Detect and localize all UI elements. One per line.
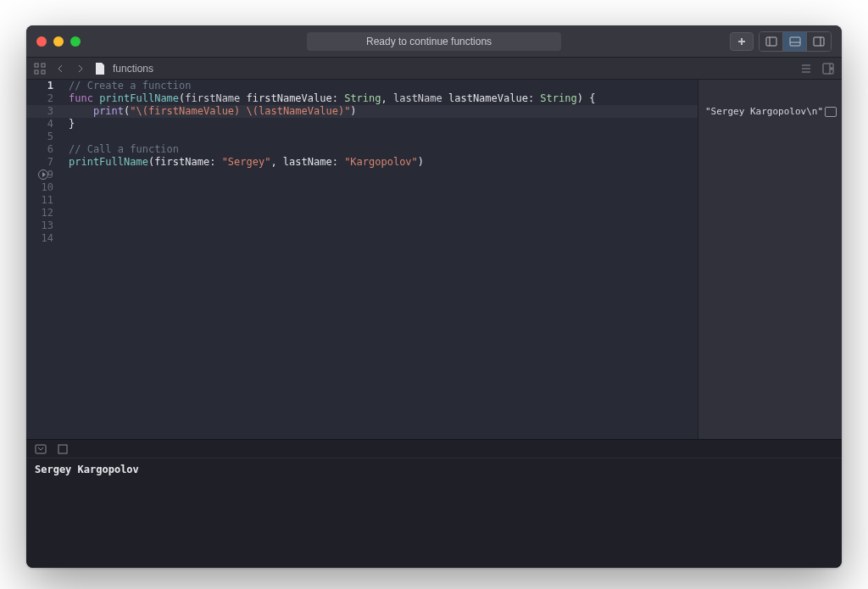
titlebar-right	[730, 31, 832, 52]
token: func	[69, 92, 93, 104]
related-items-button[interactable]	[33, 62, 47, 75]
result-row-empty	[698, 80, 842, 92]
line-number: 6	[26, 143, 62, 156]
chevron-left-icon	[56, 64, 64, 74]
code-line[interactable]: 14	[26, 232, 698, 245]
line-content[interactable]	[62, 131, 698, 143]
result-row-empty	[698, 92, 842, 105]
svg-rect-2	[790, 37, 800, 46]
line-content[interactable]	[62, 207, 698, 219]
editor-and-results: 1// Create a function2func printFullName…	[26, 80, 842, 439]
result-row-empty	[698, 169, 842, 181]
token: // Create a function	[69, 80, 192, 92]
line-content[interactable]: }	[62, 118, 698, 131]
code-line[interactable]: 13	[26, 219, 698, 232]
toggle-navigator-button[interactable]	[760, 32, 783, 51]
line-content[interactable]	[62, 169, 698, 181]
code-line[interactable]: 12	[26, 207, 698, 219]
editor[interactable]: 1// Create a function2func printFullName…	[26, 80, 698, 439]
result-row-empty	[698, 219, 842, 232]
file-icon	[94, 63, 106, 75]
code-line[interactable]: 3 print("\(firstNameValue) \(lastNameVal…	[26, 105, 698, 118]
svg-rect-18	[58, 445, 67, 453]
console-clear-button[interactable]	[57, 443, 69, 455]
token: "\(firstNameValue) \(lastNameValue)"	[130, 105, 350, 117]
code-line[interactable]: 2func printFullName(firstName firstNameV…	[26, 92, 698, 105]
svg-rect-8	[35, 70, 38, 74]
line-number: 5	[26, 131, 62, 143]
forward-button[interactable]	[74, 62, 87, 75]
line-content[interactable]	[62, 232, 698, 245]
breadcrumb-filename[interactable]: functions	[113, 63, 153, 75]
zoom-window-button[interactable]	[70, 36, 81, 47]
line-content[interactable]: printFullName(firstName: "Sergey", lastN…	[62, 156, 698, 169]
line-content[interactable]	[62, 219, 698, 232]
split-plus-icon	[822, 63, 834, 75]
console-output-text: Sergey Kargopolov	[35, 464, 139, 475]
code-line[interactable]: 4}	[26, 118, 698, 131]
result-value: "Sergey Kargopolov\n"	[705, 106, 823, 117]
code-area[interactable]: 1// Create a function2func printFullName…	[26, 80, 698, 245]
result-row-empty	[698, 245, 842, 258]
window: Ready to continue functions	[26, 25, 842, 568]
token: ,	[381, 92, 393, 104]
console-output[interactable]: Sergey Kargopolov	[26, 458, 842, 568]
token: }	[69, 118, 75, 130]
line-number: 1	[26, 80, 62, 92]
layout-segmented-control	[759, 31, 832, 52]
left-panel-icon	[765, 36, 777, 47]
token: firstName	[185, 92, 240, 104]
line-content[interactable]: // Call a function	[62, 143, 698, 156]
console-dropdown-button[interactable]	[35, 443, 47, 455]
token: )	[350, 105, 356, 117]
line-number: 10	[26, 181, 62, 194]
line-content[interactable]: func printFullName(firstName firstNameVa…	[62, 92, 698, 105]
result-row-empty	[698, 194, 842, 207]
titlebar-center: Ready to continue functions	[307, 32, 561, 51]
code-line[interactable]: 11	[26, 194, 698, 207]
quick-look-button[interactable]	[825, 107, 837, 117]
minimize-window-button[interactable]	[53, 36, 64, 47]
line-number: 9	[26, 169, 62, 181]
code-line[interactable]: 6// Call a function	[26, 143, 698, 156]
line-content[interactable]	[62, 181, 698, 194]
bottom-panel-icon	[789, 36, 801, 47]
back-button[interactable]	[53, 62, 67, 75]
result-row-empty	[698, 131, 842, 143]
line-content[interactable]	[62, 194, 698, 207]
token: // Call a function	[69, 143, 179, 155]
editor-pane: 1// Create a function2func printFullName…	[26, 80, 698, 439]
grid-icon	[34, 63, 46, 75]
line-number: 2	[26, 92, 62, 105]
result-row-empty	[698, 207, 842, 219]
adjust-editor-options-button[interactable]	[821, 62, 835, 75]
results-sidebar: "Sergey Kargopolov\n"	[698, 80, 842, 439]
line-content[interactable]: // Create a function	[62, 80, 698, 92]
token: "Sergey"	[222, 156, 271, 168]
token: printFullName	[69, 156, 148, 168]
token: firstNameValue:	[240, 92, 344, 104]
code-line[interactable]: 10	[26, 181, 698, 194]
result-row[interactable]: "Sergey Kargopolov\n"	[698, 105, 842, 118]
add-tab-button[interactable]	[730, 32, 754, 51]
close-window-button[interactable]	[36, 36, 47, 47]
code-line[interactable]: 5	[26, 131, 698, 143]
svg-rect-6	[35, 64, 38, 67]
toggle-debug-area-button[interactable]	[783, 32, 807, 51]
line-content[interactable]: print("\(firstNameValue) \(lastNameValue…	[62, 105, 698, 118]
line-number: 7	[26, 156, 62, 169]
result-row-empty	[698, 181, 842, 194]
line-number: 11	[26, 194, 62, 207]
token: printFullName	[99, 92, 179, 104]
code-line[interactable]: 1// Create a function	[26, 80, 698, 92]
code-line[interactable]: 7printFullName(firstName: "Sergey", last…	[26, 156, 698, 169]
code-line[interactable]: 9	[26, 169, 698, 181]
chevron-down-box-icon	[35, 444, 47, 454]
toggle-inspectors-button[interactable]	[807, 32, 831, 51]
line-number: 3	[26, 105, 62, 118]
list-icon	[800, 63, 812, 75]
token: , lastName:	[270, 156, 344, 168]
titlebar: Ready to continue functions	[26, 25, 842, 58]
document-items-button[interactable]	[799, 62, 813, 75]
square-icon	[58, 444, 68, 454]
